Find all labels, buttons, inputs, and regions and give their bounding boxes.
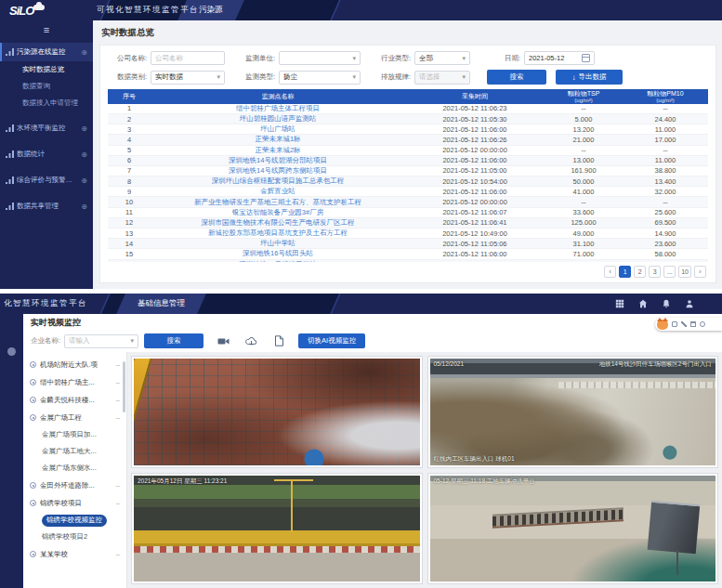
tree-leaf-label: 锦绣学校视频监控 — [42, 515, 107, 527]
collect-time: 2021-05-12 10:49:00 — [405, 229, 545, 238]
tree-leaf[interactable]: 锦绣学校项目2 — [30, 529, 123, 545]
page-button[interactable]: 1 — [619, 266, 631, 278]
bell-icon[interactable] — [662, 299, 671, 308]
site-name-link[interactable]: 新城控股东部基地项目基坑支护及土石方工程 — [151, 229, 405, 238]
grid-menu-icon[interactable] — [615, 299, 624, 308]
tree-node[interactable]: 锦绣学校项目– — [30, 494, 123, 512]
site-name-link[interactable]: 深圳坪山综合枢纽配套项目施工总承包工程 — [151, 176, 405, 186]
chevron-down-icon: ▾ — [352, 73, 356, 81]
site-name-link[interactable]: 正荣未来城2标 — [151, 146, 405, 155]
switch-ai-video-button[interactable]: 切换AI视频监控 — [298, 333, 365, 348]
video-tile-3[interactable]: 2021年05月12日 星期三 11:23:21 — [131, 473, 423, 585]
collapse-icon[interactable]: – — [116, 378, 123, 386]
camera-node-icon — [30, 551, 36, 557]
tree-node[interactable]: 某某学校– — [30, 545, 123, 563]
search-button[interactable]: 搜索 — [487, 70, 546, 85]
video-tile-4[interactable]: 05-12 星期三 11:18 工地车辆冲洗平台 — [427, 473, 719, 585]
capture-profile-icon[interactable] — [700, 321, 705, 327]
page-button[interactable]: 3 — [649, 266, 661, 278]
sidebar-group[interactable]: 污染源在线监控⊕ — [0, 43, 93, 61]
tree-scrollbar[interactable] — [123, 361, 125, 412]
cloud-download-icon[interactable] — [243, 334, 259, 348]
tree-node[interactable]: 金麟天悦科技楼...– — [30, 391, 123, 409]
sidebar-subitem[interactable]: 数据查询 — [0, 78, 93, 95]
tree-node[interactable]: 金田外环道路除...– — [30, 477, 123, 494]
capture-camera-icon[interactable] — [672, 321, 677, 327]
site-name-link[interactable]: 坪山广场站 — [151, 124, 405, 134]
expand-toggle-icon[interactable]: ⊕ — [81, 124, 89, 133]
expand-toggle-icon[interactable]: ⊕ — [81, 176, 89, 185]
company-name-input[interactable] — [151, 51, 225, 65]
collapse-icon[interactable]: – — [116, 499, 123, 507]
tree-leaf[interactable]: 锦绣学校视频监控 — [30, 512, 123, 529]
chevron-down-icon: ▾ — [217, 73, 220, 81]
pm10-value: 17.000 — [623, 136, 708, 144]
expand-toggle-icon[interactable]: ⊕ — [81, 203, 89, 211]
user-icon[interactable] — [685, 299, 694, 308]
tree-node[interactable]: 缙中碧桂广场主...– — [30, 373, 123, 391]
page-button[interactable]: 2 — [634, 266, 646, 278]
site-name-link[interactable]: 深圳地铁16号线田头站 — [151, 249, 405, 258]
collapse-icon[interactable]: – — [116, 413, 123, 422]
collapse-icon[interactable]: – — [116, 360, 123, 369]
sidebar-subitem[interactable]: 实时数据总览 — [0, 61, 93, 78]
video-camera-icon[interactable] — [215, 334, 231, 348]
sidebar-group[interactable]: 水环境平衡监控⊕ — [0, 119, 93, 137]
page-button[interactable]: 10 — [678, 266, 691, 278]
data-category-select[interactable]: 实时数据 ▾ — [151, 71, 225, 85]
sidebar-group[interactable]: 数据统计⊕ — [0, 145, 93, 163]
capture-edit-icon[interactable] — [681, 321, 687, 327]
tree-node[interactable]: 金展广场工程– — [30, 409, 123, 426]
monitor-unit-select[interactable]: ▾ — [279, 51, 361, 65]
tree-leaf[interactable]: 金展广场工地大... — [30, 443, 123, 460]
hamburger-icon[interactable]: ≡ — [0, 24, 93, 39]
site-name-link[interactable]: 银宝达智能装备产业园3#厂房 — [151, 208, 405, 217]
site-name-link[interactable]: 坪山碧桂园山语声监测站 — [151, 114, 405, 124]
search-button[interactable]: 搜索 — [144, 333, 203, 348]
sidebar-group[interactable]: 数据共享管理⊕ — [0, 197, 93, 216]
prev-page-button[interactable]: ‹ — [604, 266, 616, 278]
tree-leaf[interactable]: 金展广场项目加... — [30, 426, 123, 443]
video-tile-2[interactable]: 05/12/2021 地铁14号线沙田停车场咽喉区2号门出入口 红线内工区车辆出… — [427, 356, 719, 468]
collapse-icon[interactable]: – — [116, 481, 123, 490]
capture-window-icon[interactable] — [690, 321, 696, 327]
sidebar-subitem[interactable]: 数据接入申请管理 — [0, 95, 93, 111]
site-name-link[interactable]: 深圳市国微生物技术有限公司生产电研发厂区工程 — [151, 218, 405, 228]
company-select[interactable]: 请输入 ▾ — [64, 334, 138, 348]
site-name-link[interactable]: 坪山中学站 — [151, 239, 405, 248]
expand-toggle-icon[interactable]: ⊕ — [81, 48, 89, 57]
collect-time: 2021-05-12 00:00:00 — [405, 146, 545, 154]
site-name-link[interactable]: 缙中碧桂广场主体工程项目 — [151, 104, 405, 113]
expand-toggle-icon[interactable]: ⊕ — [81, 150, 89, 159]
home-icon[interactable] — [638, 299, 648, 308]
fox-mascot-icon[interactable] — [657, 320, 668, 330]
page-ellipsis[interactable]: ... — [663, 266, 676, 278]
tab-basic-info[interactable]: 基础信息管理 — [116, 294, 206, 314]
sidebar-group[interactable]: 综合评价与预警管理⊕ — [0, 171, 93, 189]
next-page-button[interactable]: › — [694, 266, 706, 278]
site-name-link[interactable]: 金辉置业站 — [151, 187, 405, 196]
tsp-value: 5.000 — [545, 115, 623, 124]
industry-type-select[interactable]: 全部 ▾ — [414, 51, 470, 65]
collect-time: 2021-05-12 11:06:07 — [405, 208, 545, 216]
export-data-button[interactable]: ↓ 导出数据 — [556, 70, 623, 85]
collect-time: 2021-05-12 11:06:23 — [405, 104, 545, 112]
sidebar-toggle-icon[interactable] — [7, 347, 16, 356]
tsp-value: 13.000 — [545, 156, 623, 164]
site-name-link[interactable]: 深圳地铁14号线两跨东侧站项目 — [151, 166, 405, 176]
tree-leaf[interactable]: 金展广场东侧水... — [30, 460, 123, 477]
site-name-link[interactable]: 深圳地铁14号线碧湖分部站项目 — [151, 156, 405, 165]
document-icon[interactable] — [270, 334, 287, 348]
site-name-link[interactable]: 正荣未来城1标 — [151, 135, 405, 144]
collapse-icon[interactable]: – — [116, 396, 123, 404]
collapse-icon[interactable]: – — [116, 550, 123, 558]
site-name-link[interactable]: 新产业生物研发生产基地三期土石方、基坑支护桩工程 — [151, 198, 405, 207]
chevron-down-icon: ▾ — [352, 55, 356, 62]
monitor-type-select[interactable]: 扬尘 ▾ — [279, 71, 361, 85]
date-picker[interactable]: 2021-05-12 — [524, 51, 595, 65]
tree-node[interactable]: 机场站附近大队.项– — [30, 356, 123, 373]
pm10-value: 58.000 — [623, 250, 708, 258]
emission-rule-select[interactable]: 请选择 ▾ — [414, 71, 470, 85]
video-tile-1[interactable] — [131, 356, 423, 468]
data-category-value: 实时数据 — [155, 72, 183, 82]
